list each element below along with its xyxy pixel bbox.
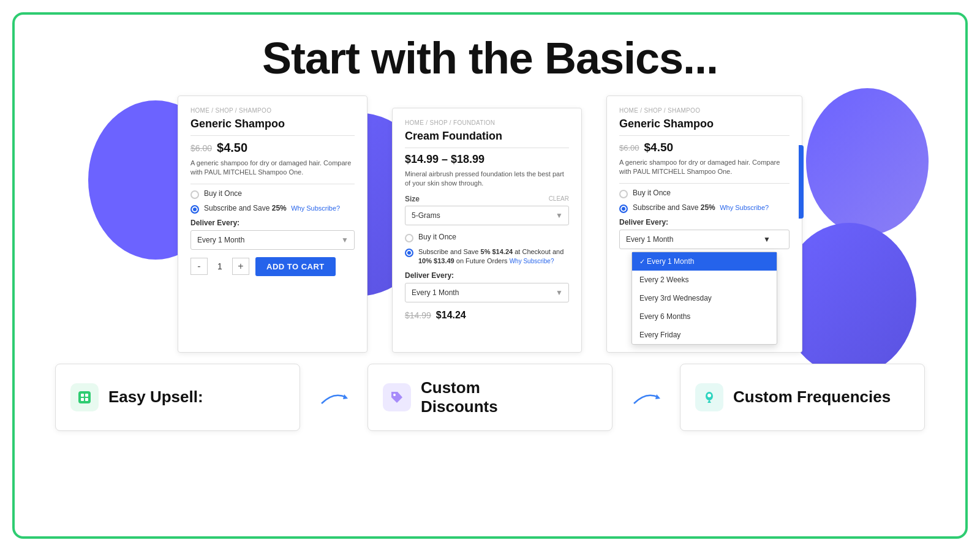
card2-deliver-select[interactable]: Every 1 Month (405, 283, 569, 302)
card1-qty-minus[interactable]: - (190, 258, 208, 275)
card1-add-to-cart-button[interactable]: ADD TO CART (255, 257, 336, 276)
connector-2 (631, 364, 662, 431)
card1-radio-once[interactable] (190, 190, 199, 199)
card3-price-new: $4.50 (644, 141, 674, 154)
card1-option1-row: Buy it Once (190, 189, 355, 199)
card2-final-price-row: $14.99 $14.24 (405, 310, 569, 321)
card3-product-name: Generic Shampoo (619, 118, 790, 130)
dropdown-item-1[interactable]: Every 1 Month (632, 252, 777, 271)
svg-marker-5 (343, 394, 348, 399)
svg-point-9 (707, 394, 711, 397)
outer-border: Start with the Basics... HOME / SHOP / S… (12, 12, 968, 539)
card3-deliver-label: Deliver Every: (619, 218, 790, 227)
card1-price-old: $6.00 (190, 143, 212, 153)
card2-product-name: Cream Foundation (405, 130, 569, 143)
cards-row: HOME / SHOP / SHAMPOO Generic Shampoo $6… (15, 89, 965, 353)
card3-pct: 25% (701, 203, 715, 212)
card3-why-subscribe-link[interactable]: Why Subscribe? (720, 204, 769, 211)
feature-label-2: CustomDiscounts (421, 378, 498, 416)
dropdown-item-2[interactable]: Every 2 Weeks (632, 271, 777, 289)
card2-final-price-new: $14.24 (436, 310, 466, 321)
card3-breadcrumb: HOME / SHOP / SHAMPOO (619, 107, 790, 114)
card1-description: A generic shampoo for dry or damaged hai… (190, 159, 355, 178)
card3-option1-row: Buy it Once (619, 189, 790, 198)
product-card-2: HOME / SHOP / FOUNDATION Cream Foundatio… (392, 108, 582, 353)
card3-price-old: $6.00 (619, 143, 639, 152)
tag-icon (389, 389, 405, 405)
card1-price-row: $6.00 $4.50 (190, 141, 355, 155)
dropdown-item-5[interactable]: Every Friday (632, 326, 777, 344)
card3-dropdown-overlay: Every 1 Month Every 2 Weeks Every 3rd We… (631, 252, 777, 345)
pin-icon (701, 389, 717, 405)
card1-why-subscribe-link[interactable]: Why Subscribe? (291, 204, 340, 212)
feature-label-3: Custom Frequencies (733, 388, 891, 407)
card1-option2-label: Subscribe and Save 25% Why Subscribe? (204, 204, 340, 212)
svg-rect-4 (85, 398, 88, 401)
feature-card-2: CustomDiscounts (368, 364, 612, 431)
card2-subscribe-detail: Subscribe and Save 5% $14.24 at Checkout… (418, 247, 569, 266)
card2-size-select[interactable]: 5-Grams (405, 206, 569, 225)
card2-pct2: 10% (418, 257, 432, 264)
card3-option1-label: Buy it Once (633, 189, 671, 197)
svg-rect-1 (81, 394, 84, 397)
product-card-1: HOME / SHOP / SHAMPOO Generic Shampoo $6… (178, 96, 368, 353)
card1-deliver-select[interactable]: Every 1 Month (190, 230, 355, 250)
card1-divider2 (190, 184, 355, 184)
card2-size-select-wrapper: 5-Grams ▼ (405, 206, 569, 225)
card1-breadcrumb: HOME / SHOP / SHAMPOO (190, 107, 355, 114)
card2-divider (405, 148, 569, 148)
connector-arrow-1 (318, 388, 349, 407)
card2-price-row: $14.99 – $18.99 (405, 153, 569, 166)
card2-radio-once[interactable] (405, 234, 413, 242)
dropdown-item-4[interactable]: Every 6 Months (632, 307, 777, 326)
card1-select-wrapper: Every 1 Month ▼ (190, 230, 355, 250)
card1-product-name: Generic Shampoo (190, 118, 355, 130)
card1-deliver-label: Deliver Every: (190, 219, 355, 227)
card3-accent-bar (799, 145, 804, 219)
card3-select-wrapper: Every 1 Month ▼ (619, 230, 790, 249)
card2-size-row: Size CLEAR (405, 195, 569, 203)
svg-marker-7 (655, 394, 660, 399)
cube-icon (77, 389, 92, 405)
card3-divider (619, 135, 790, 136)
card3-option2-row: Subscribe and Save 25% Why Subscribe? (619, 203, 790, 213)
card2-radio-subscribe[interactable] (405, 249, 413, 257)
card2-deliver-select-wrapper: Every 1 Month ▼ (405, 283, 569, 302)
card2-option1-row: Buy it Once (405, 233, 569, 242)
svg-point-6 (393, 394, 396, 396)
card2-option2-row: Subscribe and Save 5% $14.24 at Checkout… (405, 247, 569, 266)
card2-final-price-old: $14.99 (405, 310, 431, 320)
dropdown-item-3[interactable]: Every 3rd Wednesday (632, 289, 777, 307)
card1-divider (190, 135, 355, 136)
card3-radio-once[interactable] (619, 190, 628, 198)
card2-text: at Checkout and (514, 248, 564, 255)
card3-price-row: $6.00 $4.50 (619, 141, 790, 154)
card3-radio-subscribe[interactable] (619, 204, 628, 213)
card2-size-label: Size (405, 195, 420, 203)
card1-option2-row: Subscribe and Save 25% Why Subscribe? (190, 204, 355, 214)
card3-select-display[interactable]: Every 1 Month ▼ (619, 230, 790, 249)
card3-divider2 (619, 183, 790, 184)
bottom-row: Easy Upsell: CustomDiscounts (15, 353, 965, 431)
main-title: Start with the Basics... (15, 15, 965, 89)
card2-description: Mineral airbrush pressed foundation lets… (405, 170, 569, 189)
card3-option2-label: Subscribe and Save 25% Why Subscribe? (633, 203, 769, 212)
connector-arrow-2 (631, 388, 662, 407)
card1-qty-plus[interactable]: + (232, 258, 249, 275)
connector-1 (318, 364, 349, 431)
card2-breadcrumb: HOME / SHOP / FOUNDATION (405, 119, 569, 126)
card1-price-new: $4.50 (217, 141, 247, 155)
feature-icon-1 (70, 383, 99, 411)
card2-why-subscribe-link[interactable]: Why Subscribe? (510, 258, 554, 264)
svg-marker-10 (707, 400, 711, 403)
feature-icon-3 (695, 383, 723, 411)
card3-description: A generic shampoo for dry or damaged hai… (619, 158, 790, 177)
product-card-3: HOME / SHOP / SHAMPOO Generic Shampoo $6… (606, 96, 802, 353)
card2-price2: $13.49 (434, 257, 454, 264)
card1-radio-subscribe[interactable] (190, 205, 199, 214)
feature-label-1: Easy Upsell: (108, 388, 203, 407)
card2-clear-link[interactable]: CLEAR (549, 195, 569, 202)
card2-price-range: $14.99 – $18.99 (405, 153, 484, 166)
card1-qty-cart-row: - 1 + ADD TO CART (190, 257, 355, 276)
card2-price1: $14.24 (492, 248, 513, 255)
